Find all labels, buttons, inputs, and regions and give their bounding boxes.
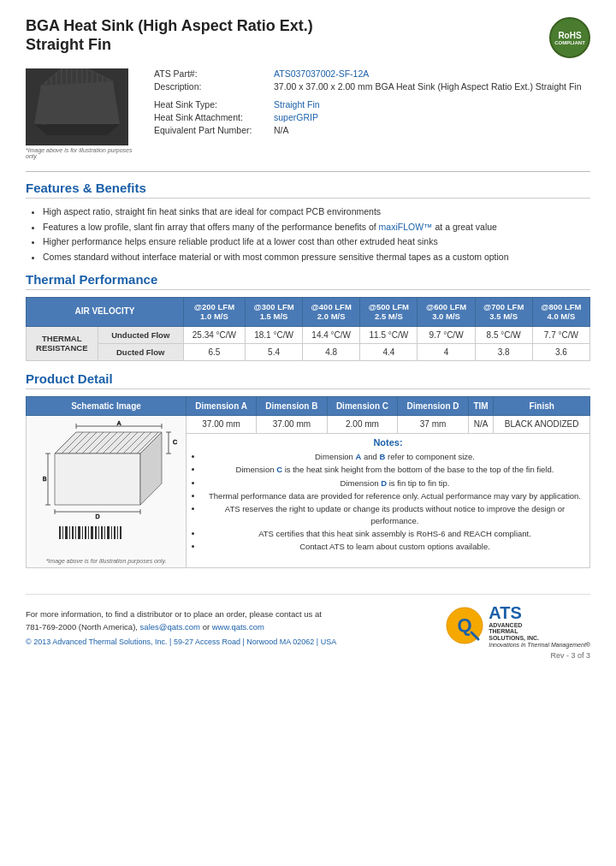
svg-text:A: A — [117, 420, 121, 426]
description-label: Description: — [154, 81, 274, 92]
ats-text-block: ATS ADVANCEDTHERMALSOLUTIONS, INC. Innov… — [489, 603, 590, 649]
footer: For more information, to find a distribu… — [26, 594, 590, 649]
ats-tagline: Innovations in Thermal Management® — [489, 642, 590, 649]
svg-rect-54 — [78, 526, 80, 539]
dim-a-header: Dimension A — [187, 396, 257, 415]
heat-sink-image — [26, 68, 128, 145]
svg-rect-64 — [111, 526, 112, 539]
tim-header: TIM — [468, 396, 493, 415]
svg-rect-56 — [85, 526, 86, 539]
notes-label: Notes: — [189, 437, 587, 448]
part-number-value: ATS037037002-SF-12A — [274, 68, 369, 79]
rohs-badge: RoHS COMPLIANT — [549, 17, 590, 58]
svg-rect-52 — [72, 526, 74, 539]
unducted-500: 11.5 °C/W — [360, 326, 418, 343]
footer-email[interactable]: sales@qats.com — [140, 622, 200, 632]
product-title: BGA Heat Sink (High Aspect Ratio Ext.) S… — [26, 17, 313, 54]
feature-item-1: High aspect ratio, straight fin heat sin… — [43, 205, 590, 218]
unducted-600: 9.7 °C/W — [418, 326, 475, 343]
dim-d-header: Dimension D — [398, 396, 469, 415]
note-4: Thermal performance data are provided fo… — [203, 490, 587, 501]
svg-marker-15 — [34, 81, 120, 124]
finish-header: Finish — [494, 396, 590, 415]
image-caption: *Image above is for illustration purpose… — [26, 147, 137, 159]
unducted-700: 8.5 °C/W — [475, 326, 532, 343]
feature-item-4: Comes standard without interface materia… — [43, 251, 590, 264]
svg-text:Q: Q — [458, 614, 472, 636]
dim-c-header: Dimension C — [327, 396, 398, 415]
ducted-600: 4 — [418, 343, 475, 360]
footer-website[interactable]: www.qats.com — [212, 622, 264, 632]
svg-text:C: C — [173, 439, 177, 445]
schematic-svg: A B C — [29, 419, 183, 556]
features-heading: Features & Benefits — [26, 181, 590, 199]
title-line2: Straight Fin — [26, 36, 111, 53]
footer-or: or — [203, 622, 212, 632]
heat-sink-type-value: Straight Fin — [274, 99, 320, 110]
svg-rect-57 — [88, 526, 89, 539]
spec-part-number: ATS Part#: ATS037037002-SF-12A — [154, 68, 590, 79]
ats-sub: ADVANCEDTHERMALSOLUTIONS, INC. — [489, 622, 590, 642]
attachment-value: superGRIP — [274, 112, 318, 122]
svg-rect-58 — [91, 526, 93, 539]
attachment-label: Heat Sink Attachment: — [154, 112, 274, 122]
note-1: Dimension A and B refer to component siz… — [203, 451, 587, 462]
finish-value: BLACK ANODIZED — [494, 415, 590, 434]
ducted-400: 4.8 — [303, 343, 360, 360]
notes-list: Dimension A and B refer to component siz… — [189, 451, 587, 552]
svg-text:D: D — [95, 513, 99, 519]
svg-rect-55 — [82, 526, 83, 539]
heat-sink-type-label: Heat Sink Type: — [154, 99, 274, 110]
unducted-400: 14.4 °C/W — [303, 326, 360, 343]
svg-rect-51 — [69, 526, 70, 539]
footer-copyright: © 2013 Advanced Thermal Solutions, Inc. … — [26, 637, 336, 649]
dim-a-value: 37.00 mm — [187, 415, 257, 434]
svg-rect-48 — [59, 526, 61, 539]
svg-marker-0 — [34, 124, 120, 135]
ats-main: ATS — [489, 603, 590, 622]
svg-rect-65 — [114, 526, 116, 539]
page: BGA Heat Sink (High Aspect Ratio Ext.) S… — [0, 0, 616, 866]
ducted-200: 6.5 — [183, 343, 245, 360]
table-row-ducted: Ducted Flow 6.5 5.4 4.8 4.4 4 3.8 3.6 — [27, 343, 590, 360]
col-300lfm: @300 LFM1.5 M/S — [245, 297, 302, 326]
dim-c-value: 2.00 mm — [327, 415, 398, 434]
product-detail-table: Schematic Image Dimension A Dimension B … — [26, 396, 590, 568]
svg-rect-67 — [120, 526, 121, 539]
ducted-300: 5.4 — [245, 343, 302, 360]
svg-text:B: B — [43, 476, 47, 482]
svg-rect-50 — [65, 526, 68, 539]
svg-rect-62 — [104, 526, 105, 539]
spec-equiv-part: Equivalent Part Number: N/A — [154, 125, 590, 135]
dim-d-value: 37 mm — [398, 415, 469, 434]
notes-section: Notes: Dimension A and B refer to compon… — [187, 434, 590, 567]
thermal-resistance-label: THERMALRESISTANCE — [27, 326, 98, 360]
header-section: BGA Heat Sink (High Aspect Ratio Ext.) S… — [26, 17, 590, 58]
ats-logo: Q ATS ADVANCEDTHERMALSOLUTIONS, INC. Inn… — [446, 603, 590, 649]
col-600lfm: @600 LFM3.0 M/S — [418, 297, 475, 326]
part-number-label: ATS Part#: — [154, 68, 274, 79]
svg-rect-59 — [95, 526, 97, 539]
svg-marker-17 — [55, 454, 140, 505]
unducted-800: 7.7 °C/W — [532, 326, 589, 343]
product-specs: ATS Part#: ATS037037002-SF-12A Descripti… — [154, 68, 590, 159]
air-velocity-header: AIR VELOCITY — [27, 297, 184, 326]
svg-rect-53 — [75, 526, 76, 539]
product-image-box: *Image above is for illustration purpose… — [26, 68, 137, 159]
footer-contact-text: For more information, to find a distribu… — [26, 608, 336, 633]
equiv-part-label: Equivalent Part Number: — [154, 125, 274, 135]
product-info-row: *Image above is for illustration purpose… — [26, 68, 590, 159]
ducted-700: 3.8 — [475, 343, 532, 360]
note-3: Dimension D is fin tip to fin tip. — [203, 477, 587, 489]
spec-heat-sink-type: Heat Sink Type: Straight Fin — [154, 99, 590, 110]
page-number: Rev - 3 of 3 — [26, 651, 590, 660]
note-7: Contact ATS to learn about custom option… — [203, 541, 587, 552]
rohs-compliant: COMPLIANT — [554, 40, 585, 45]
footer-left: For more information, to find a distribu… — [26, 608, 336, 648]
note-2: Dimension C is the heat sink height from… — [203, 464, 587, 475]
svg-rect-49 — [62, 526, 63, 539]
ducted-800: 3.6 — [532, 343, 589, 360]
svg-rect-61 — [101, 526, 103, 539]
equiv-part-value: N/A — [274, 125, 289, 135]
maxiflow-link: maxiFLOW™ — [379, 222, 433, 232]
